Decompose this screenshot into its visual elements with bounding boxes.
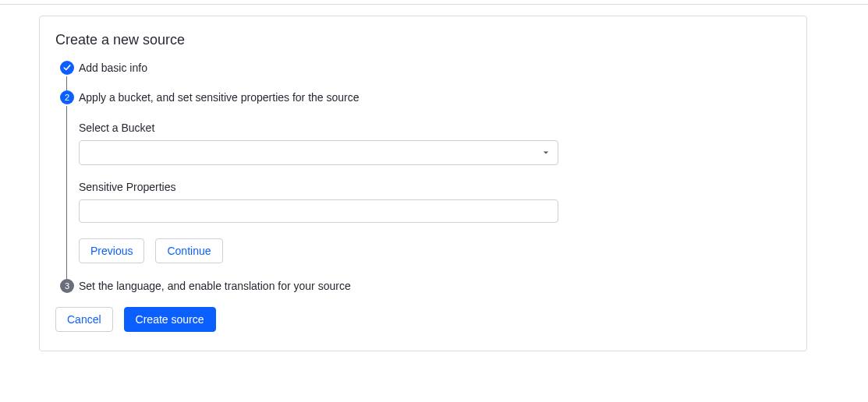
- bucket-form-group: Select a Bucket: [79, 122, 558, 165]
- step-circle-pending: 3: [60, 279, 74, 293]
- page-title: Create a new source: [55, 32, 791, 48]
- wizard-card: Create a new source Add basic info 2: [39, 16, 807, 351]
- previous-button[interactable]: Previous: [79, 238, 144, 263]
- create-source-button[interactable]: Create source: [124, 307, 216, 332]
- step-circle-done: [60, 61, 74, 75]
- step-2-label: Apply a bucket, and set sensitive proper…: [79, 90, 791, 104]
- check-icon: [63, 64, 71, 72]
- step-button-row: Previous Continue: [79, 238, 558, 263]
- step-1-label: Add basic info: [79, 61, 791, 75]
- step-indicator: [55, 61, 79, 90]
- sensitive-form-group: Sensitive Properties: [79, 181, 558, 223]
- bucket-select-wrap: [79, 140, 558, 165]
- step-1: Add basic info: [55, 61, 791, 90]
- wizard-footer: Cancel Create source: [55, 307, 791, 332]
- step-connector: [66, 106, 67, 285]
- step-circle-active: 2: [60, 90, 74, 104]
- step-3: 3 Set the language, and enable translati…: [55, 279, 791, 293]
- top-divider: [0, 0, 868, 5]
- cancel-button[interactable]: Cancel: [55, 307, 113, 332]
- step-indicator: 3: [55, 279, 79, 293]
- step-3-content: Set the language, and enable translation…: [79, 279, 791, 293]
- wizard-steps: Add basic info 2 Apply a bucket, and set…: [55, 61, 791, 293]
- step-2: 2 Apply a bucket, and set sensitive prop…: [55, 90, 791, 279]
- step-1-content: Add basic info: [79, 61, 791, 90]
- bucket-label: Select a Bucket: [79, 122, 558, 134]
- step-2-body: Select a Bucket Sensitive Properties: [79, 104, 558, 270]
- continue-button[interactable]: Continue: [155, 238, 222, 263]
- step-2-content: Apply a bucket, and set sensitive proper…: [79, 90, 791, 279]
- sensitive-label: Sensitive Properties: [79, 181, 558, 193]
- sensitive-input[interactable]: [79, 199, 558, 223]
- bucket-select[interactable]: [79, 140, 558, 165]
- step-indicator: 2: [55, 90, 79, 279]
- step-3-label: Set the language, and enable translation…: [79, 279, 791, 293]
